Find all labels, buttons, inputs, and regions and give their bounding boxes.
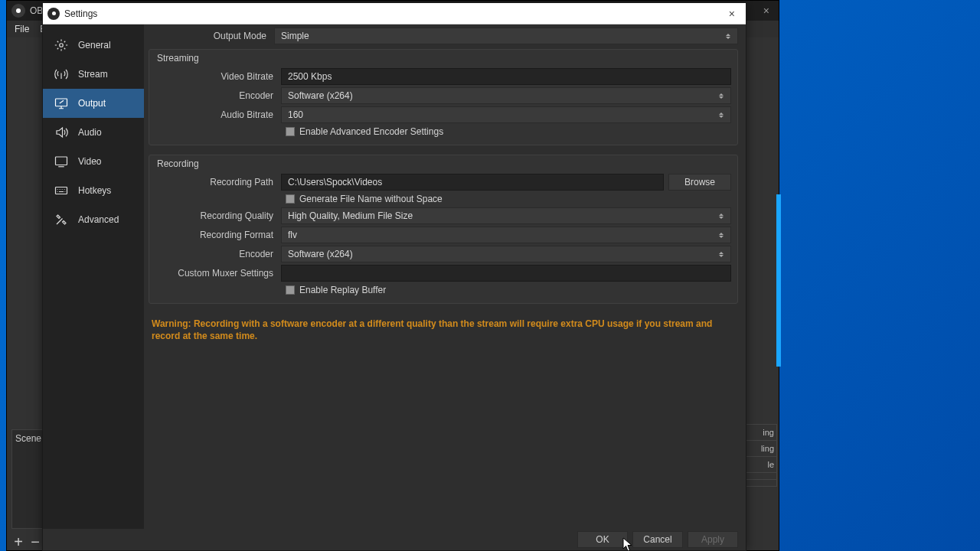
browse-button[interactable]: Browse xyxy=(668,174,731,191)
recording-encoder-select[interactable]: Software (x264) xyxy=(281,246,731,262)
recording-quality-value: High Quality, Medium File Size xyxy=(288,210,413,221)
recording-group-title: Recording xyxy=(157,158,731,169)
recording-format-select[interactable]: flv xyxy=(281,227,731,243)
recording-path-value: C:\Users\Spock\Videos xyxy=(288,177,382,187)
dropdown-caret-icon xyxy=(715,109,727,121)
add-scene-button[interactable]: + xyxy=(11,533,25,551)
sidebar-item-advanced[interactable]: Advanced xyxy=(43,205,144,234)
scene-controls: + − xyxy=(11,533,42,551)
spinner-icon[interactable] xyxy=(715,70,727,83)
svg-rect-2 xyxy=(56,157,67,165)
recording-format-value: flv xyxy=(288,230,297,240)
settings-close-icon[interactable]: × xyxy=(723,8,741,20)
menu-file[interactable]: File xyxy=(15,24,29,34)
streaming-encoder-select[interactable]: Software (x264) xyxy=(281,87,731,104)
settings-footer: OK Cancel Apply xyxy=(43,529,746,550)
ok-button[interactable]: OK xyxy=(577,531,628,548)
window-accent-strip xyxy=(776,194,781,367)
audio-bitrate-select[interactable]: 160 xyxy=(281,106,731,123)
keyboard-icon xyxy=(52,184,70,197)
gen-filename-nospace-label[interactable]: Generate File Name without Space xyxy=(299,194,443,204)
muxer-input[interactable] xyxy=(281,265,731,282)
settings-dialog: Settings × General Stream Output Audio xyxy=(42,2,746,551)
settings-title: Settings xyxy=(64,8,97,19)
sidebar-item-label: Hotkeys xyxy=(78,185,111,196)
sidebar-item-stream[interactable]: Stream xyxy=(43,60,144,89)
output-mode-value: Simple xyxy=(281,31,309,41)
settings-content: Output Mode Simple Streaming Video Bitra… xyxy=(144,24,746,529)
warning-text: Warning: Recording with a software encod… xyxy=(149,313,738,347)
cancel-button-label: Cancel xyxy=(643,534,671,545)
sidebar-item-label: Audio xyxy=(78,127,102,138)
output-mode-select[interactable]: Simple xyxy=(274,28,738,44)
sidebar-item-audio[interactable]: Audio xyxy=(43,118,144,147)
settings-app-icon xyxy=(47,8,60,20)
dropdown-caret-icon xyxy=(722,30,734,42)
video-bitrate-input[interactable]: 2500 Kbps xyxy=(281,68,731,85)
gear-icon xyxy=(52,38,70,52)
streaming-group-title: Streaming xyxy=(157,53,731,64)
enable-replay-buffer-label[interactable]: Enable Replay Buffer xyxy=(299,285,386,295)
video-bitrate-label: Video Bitrate xyxy=(155,71,281,82)
ok-button-label: OK xyxy=(596,534,609,545)
streaming-group: Streaming Video Bitrate 2500 Kbps Encode… xyxy=(149,49,738,145)
recording-encoder-value: Software (x264) xyxy=(288,249,353,259)
settings-titlebar[interactable]: Settings × xyxy=(43,3,746,24)
sidebar-item-label: Output xyxy=(78,98,106,109)
apply-button-label: Apply xyxy=(701,534,724,545)
gen-filename-nospace-checkbox[interactable] xyxy=(286,194,295,204)
muxer-label: Custom Muxer Settings xyxy=(155,268,281,279)
settings-sidebar: General Stream Output Audio Video Hotkey… xyxy=(43,24,144,529)
sidebar-item-label: Stream xyxy=(78,69,108,80)
sidebar-item-video[interactable]: Video xyxy=(43,147,144,176)
tools-icon xyxy=(52,213,70,227)
recording-group: Recording Recording Path C:\Users\Spock\… xyxy=(149,155,738,304)
obs-app-icon xyxy=(11,4,25,18)
speaker-icon xyxy=(52,126,70,139)
dropdown-caret-icon xyxy=(715,248,727,260)
streaming-encoder-label: Encoder xyxy=(155,90,281,101)
recording-quality-select[interactable]: High Quality, Medium File Size xyxy=(281,207,731,224)
recording-quality-label: Recording Quality xyxy=(155,210,281,221)
output-mode-label: Output Mode xyxy=(149,31,274,41)
recording-path-input[interactable]: C:\Users\Spock\Videos xyxy=(281,174,664,191)
svg-point-0 xyxy=(60,44,64,47)
obs-close-icon[interactable]: × xyxy=(759,5,774,17)
streaming-encoder-value: Software (x264) xyxy=(288,90,353,101)
sidebar-item-hotkeys[interactable]: Hotkeys xyxy=(43,176,144,205)
video-bitrate-value: 2500 Kbps xyxy=(288,71,332,82)
antenna-icon xyxy=(52,67,70,81)
remove-scene-button[interactable]: − xyxy=(28,533,42,551)
enable-advanced-encoder-label[interactable]: Enable Advanced Encoder Settings xyxy=(299,126,443,137)
recording-encoder-label: Encoder xyxy=(155,249,281,259)
recording-path-label: Recording Path xyxy=(155,177,281,187)
svg-rect-3 xyxy=(56,187,67,194)
sidebar-item-output[interactable]: Output xyxy=(43,89,144,118)
audio-bitrate-value: 160 xyxy=(288,109,303,120)
monitor-icon xyxy=(52,96,70,110)
dropdown-caret-icon xyxy=(715,210,727,222)
enable-replay-buffer-checkbox[interactable] xyxy=(286,285,295,295)
sidebar-item-general[interactable]: General xyxy=(43,31,144,60)
browse-button-label: Browse xyxy=(684,177,715,187)
audio-bitrate-label: Audio Bitrate xyxy=(155,109,281,120)
apply-button: Apply xyxy=(688,531,738,548)
recording-format-label: Recording Format xyxy=(155,230,281,240)
dropdown-caret-icon xyxy=(715,229,727,241)
sidebar-item-label: General xyxy=(78,40,111,51)
dropdown-caret-icon xyxy=(715,90,727,102)
cancel-button[interactable]: Cancel xyxy=(632,531,683,548)
display-icon xyxy=(52,155,70,168)
sidebar-item-label: Advanced xyxy=(78,214,119,225)
sidebar-item-label: Video xyxy=(78,156,101,167)
enable-advanced-encoder-checkbox[interactable] xyxy=(286,127,295,136)
